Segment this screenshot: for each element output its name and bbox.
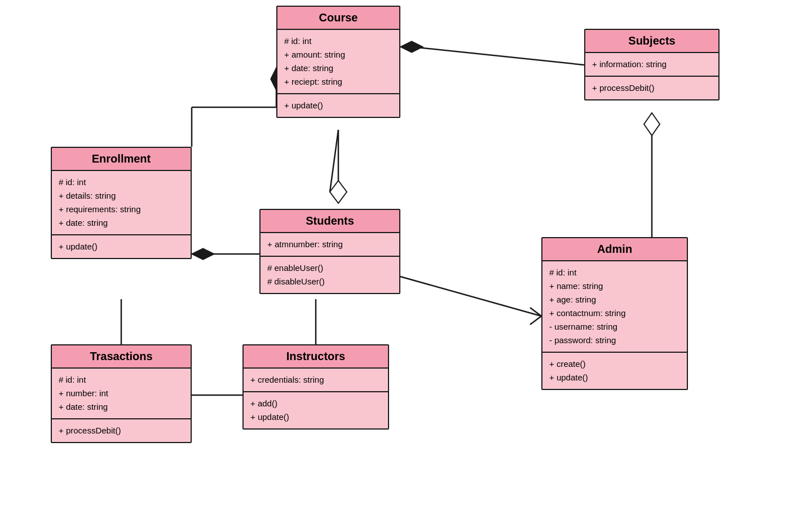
- svg-line-6: [330, 130, 338, 192]
- uml-diagram: Course # id: int + amount: string + date…: [0, 0, 812, 508]
- admin-class: Admin # id: int + name: string + age: st…: [541, 237, 688, 390]
- svg-marker-1: [400, 41, 423, 52]
- svg-marker-10: [192, 248, 214, 260]
- course-methods: + update(): [277, 94, 399, 117]
- enrollment-class: Enrollment # id: int + details: string +…: [51, 147, 192, 259]
- enrollment-attributes: # id: int + details: string + requiremen…: [52, 171, 191, 235]
- trasactions-methods: + processDebit(): [52, 419, 191, 442]
- course-class: Course # id: int + amount: string + date…: [276, 6, 400, 118]
- students-class: Students + atmnumber: string # enableUse…: [259, 209, 400, 294]
- trasactions-title: Trasactions: [52, 345, 191, 369]
- subjects-attributes: + information: string: [585, 53, 718, 77]
- trasactions-class: Trasactions # id: int + number: int + da…: [51, 344, 192, 443]
- admin-title: Admin: [542, 238, 687, 261]
- students-attributes: + atmnumber: string: [261, 233, 399, 257]
- instructors-title: Instructors: [244, 345, 388, 369]
- course-title: Course: [277, 7, 399, 30]
- instructors-class: Instructors + credentials: string + add(…: [242, 344, 389, 430]
- enrollment-title: Enrollment: [52, 148, 191, 171]
- svg-marker-7: [330, 181, 347, 203]
- admin-attributes: # id: int + name: string + age: string +…: [542, 261, 687, 353]
- subjects-methods: + processDebit(): [585, 77, 718, 99]
- svg-line-11: [400, 277, 541, 316]
- instructors-methods: + add() + update(): [244, 392, 388, 428]
- enrollment-methods: + update(): [52, 235, 191, 258]
- students-title: Students: [261, 210, 399, 233]
- svg-marker-13: [644, 113, 660, 135]
- course-attributes: # id: int + amount: string + date: strin…: [277, 30, 399, 94]
- instructors-attributes: + credentials: string: [244, 369, 388, 392]
- svg-line-0: [412, 47, 584, 65]
- admin-methods: + create() + update(): [542, 353, 687, 389]
- students-methods: # enableUser() # disableUser(): [261, 257, 399, 293]
- subjects-title: Subjects: [585, 30, 718, 53]
- subjects-class: Subjects + information: string + process…: [584, 29, 720, 100]
- trasactions-attributes: # id: int + number: int + date: string: [52, 369, 191, 419]
